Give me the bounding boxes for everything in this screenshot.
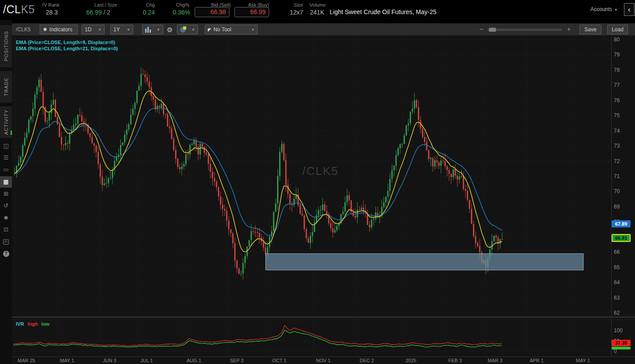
time-axis: MAR 25MAY 1JUN 3JUL 1AUG 1SEP 3OCT 1NOV … bbox=[18, 358, 590, 363]
quotes-board-icon[interactable]: ◫ bbox=[0, 140, 12, 152]
svg-text:FEB 3: FEB 3 bbox=[448, 358, 462, 363]
sidebar-tab-positions[interactable]: POSITIONS bbox=[0, 25, 12, 67]
svg-text:72: 72 bbox=[614, 158, 620, 164]
last-size-label: Last / Size bbox=[73, 2, 117, 7]
load-button[interactable]: Load bbox=[607, 25, 628, 34]
svg-text:75: 75 bbox=[614, 112, 620, 119]
timeframe-dropdown[interactable]: 1D▼ bbox=[82, 25, 105, 34]
last-price-axis-badge: 66.91 bbox=[612, 234, 631, 242]
svg-text:64: 64 bbox=[614, 279, 620, 286]
svg-text:OCT 1: OCT 1 bbox=[272, 358, 286, 363]
save-button[interactable]: Save bbox=[579, 25, 601, 34]
follow-traders-icon[interactable]: ☻ bbox=[0, 212, 12, 223]
zoom-slider[interactable] bbox=[488, 29, 562, 31]
svg-text:63: 63 bbox=[614, 295, 620, 301]
ivr-study-legend[interactable]: IVR high low bbox=[16, 321, 49, 327]
chart-type-dropdown[interactable]: ▼ bbox=[142, 25, 163, 34]
apps-grid-icon[interactable]: ⊞ bbox=[0, 188, 12, 200]
chevron-down-icon: ▼ bbox=[157, 28, 160, 32]
svg-text:100: 100 bbox=[614, 327, 623, 334]
svg-text:MAY 1: MAY 1 bbox=[576, 358, 590, 363]
futures-fi-icon[interactable]: FI bbox=[0, 236, 12, 248]
svg-text:NOV 1: NOV 1 bbox=[316, 358, 331, 363]
svg-text:79: 79 bbox=[614, 52, 620, 58]
sidebar-tab-trade[interactable]: TRADE bbox=[0, 71, 12, 103]
sidebar-tab-activity[interactable]: ACTIVITY bbox=[0, 106, 12, 138]
chart-toolbar: /CLK5 ✸ Indicators 1D▼ 1Y▼ ▼ ⚙ ▼ ◤ No To… bbox=[12, 23, 635, 36]
ema9-study-label[interactable]: EMA (Price=CLOSE, Length=9, Displace=0) bbox=[16, 40, 115, 45]
left-sidebar: POSITIONS TRADE ACTIVITY ◫☰▭▦⊞↺☻⊡FI? bbox=[0, 20, 12, 364]
svg-text:70: 70 bbox=[614, 188, 620, 194]
watchlist-icon[interactable]: ☰ bbox=[0, 152, 12, 163]
chg-pct-value: 0.36% bbox=[159, 9, 190, 16]
ivr-low-axis-badge bbox=[612, 347, 631, 349]
chg-value: 0.24 bbox=[124, 9, 155, 16]
svg-text:JUL 1: JUL 1 bbox=[140, 358, 153, 363]
candlestick-series bbox=[14, 67, 503, 280]
ema9-line bbox=[15, 91, 502, 252]
symbol-root: /CL bbox=[3, 3, 21, 15]
iv-rank-label: IV Rank bbox=[20, 2, 60, 7]
svg-text:69: 69 bbox=[614, 204, 620, 210]
indicators-button[interactable]: ✸ Indicators bbox=[40, 25, 78, 34]
svg-text:77: 77 bbox=[614, 82, 620, 88]
help-icon[interactable]: ? bbox=[0, 248, 12, 260]
backtest-icon[interactable]: ⊡ bbox=[0, 224, 12, 235]
svg-text:MAY 1: MAY 1 bbox=[60, 358, 74, 363]
support-zone-rectangle[interactable] bbox=[266, 254, 583, 270]
svg-text:AUG 1: AUG 1 bbox=[187, 358, 201, 363]
svg-text:MAR 25: MAR 25 bbox=[18, 358, 35, 363]
volume-label: Volume bbox=[304, 2, 326, 7]
chevron-down-icon: ▼ bbox=[127, 28, 130, 32]
zoom-out-button[interactable]: − bbox=[480, 26, 483, 33]
candlestick-type-icon bbox=[145, 26, 151, 33]
collapse-panel-button[interactable]: ‹ bbox=[624, 3, 635, 16]
svg-text:66: 66 bbox=[614, 249, 620, 255]
svg-text:JUN 3: JUN 3 bbox=[103, 358, 116, 363]
ivr-legend-high: high bbox=[27, 321, 38, 327]
globe-layout-icon bbox=[180, 27, 186, 33]
chg-label: Chg bbox=[124, 2, 155, 7]
history-icon[interactable]: ↺ bbox=[0, 200, 12, 212]
zoom-in-button[interactable]: + bbox=[567, 26, 571, 33]
svg-text:APR 1: APR 1 bbox=[530, 358, 544, 363]
bid-button[interactable]: 66.98 bbox=[195, 7, 229, 17]
svg-text:MAR 3: MAR 3 bbox=[488, 358, 503, 363]
volume-value: 241K bbox=[302, 9, 324, 16]
chart-pane[interactable]: 6263646566676869707172737475767778798010… bbox=[12, 36, 635, 364]
svg-text:80: 80 bbox=[614, 37, 620, 43]
chart-icon[interactable]: ▦ bbox=[0, 176, 12, 188]
tv-icon[interactable]: ▭ bbox=[0, 164, 12, 175]
indicators-icon: ✸ bbox=[43, 26, 47, 33]
iv-rank-value: 28.3 bbox=[20, 9, 58, 16]
svg-text:73: 73 bbox=[614, 143, 620, 149]
chg-pct-label: Chg% bbox=[159, 2, 189, 7]
size-label: Size bbox=[281, 2, 303, 7]
toolbar-symbol-label: /CLK5 bbox=[16, 26, 30, 33]
chevron-down-icon: ▼ bbox=[192, 28, 195, 32]
svg-text:65: 65 bbox=[614, 264, 620, 271]
instrument-description: Light Sweet Crude Oil Futures, May-25 bbox=[330, 8, 436, 15]
gridlines bbox=[13, 36, 611, 356]
range-dropdown[interactable]: 1Y▼ bbox=[110, 25, 133, 34]
symbol-watermark: /CLK5 bbox=[302, 164, 338, 178]
ema21-axis-badge: 67.89 bbox=[612, 220, 631, 227]
ema21-study-label[interactable]: EMA (Price=CLOSE, Length=21, Displace=0) bbox=[16, 46, 118, 51]
ask-button[interactable]: 66.99 bbox=[234, 7, 269, 17]
svg-text:SEP 3: SEP 3 bbox=[230, 358, 244, 363]
ivr-legend-low: low bbox=[41, 321, 49, 327]
accounts-menu[interactable]: Accounts▾ bbox=[590, 6, 617, 12]
svg-text:78: 78 bbox=[614, 67, 620, 73]
zoom-slider-handle[interactable] bbox=[489, 28, 496, 32]
last-size-value: 66.99 / 2 bbox=[66, 9, 110, 16]
ivr-high-axis-badge: 37.35 bbox=[612, 340, 631, 346]
ivr-legend-title: IVR bbox=[16, 321, 24, 327]
ivr-high-line bbox=[13, 325, 502, 345]
svg-text:62: 62 bbox=[614, 310, 620, 316]
svg-text:2025: 2025 bbox=[406, 358, 416, 363]
drawing-tool-dropdown[interactable]: ◤ No Tool▼ bbox=[205, 25, 258, 34]
chart-settings-gear-icon[interactable]: ⚙ bbox=[167, 26, 173, 34]
chart-layout-dropdown[interactable]: ▼ bbox=[177, 25, 198, 34]
quote-header: /CLK5 IV Rank 28.3 Last / Size 66.99 / 2… bbox=[0, 0, 635, 20]
svg-text:71: 71 bbox=[614, 173, 620, 179]
